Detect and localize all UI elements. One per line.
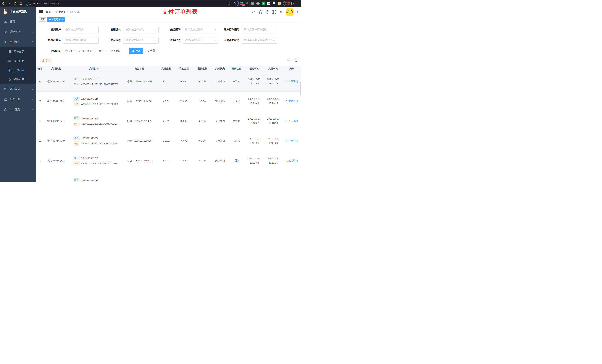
sidebar-item-refund-order[interactable]: 退款订单: [0, 75, 36, 84]
merchant-select[interactable]: 请选择所属商户: [63, 26, 99, 33]
sidebar-item-payment[interactable]: ¥ 支付管理 ∧: [0, 37, 36, 47]
view-detail-link[interactable]: 查看详情: [285, 159, 298, 162]
merchant-order-no-input[interactable]: 请输入商户订单编号: [242, 26, 277, 33]
extensions-puzzle-icon[interactable]: [272, 2, 276, 5]
extension-chat-icon[interactable]: [267, 2, 270, 5]
search-icon[interactable]: [252, 10, 256, 14]
url-host: localhost: [33, 2, 42, 5]
refund-cell: ¥ 0.00: [193, 91, 212, 111]
extension-dot-icon[interactable]: [256, 2, 259, 5]
tab-pay-order[interactable]: 支付订单 ×: [47, 17, 64, 22]
filter-row-1: 所属商户 请选择所属商户 应用编号 请选择应用信息∨ 渠道编码 请输入渠道编码∨…: [36, 26, 301, 33]
help-icon[interactable]: ?: [266, 10, 269, 14]
sidebar-item-app-info[interactable]: 应用信息: [0, 56, 36, 65]
close-icon[interactable]: ×: [62, 19, 63, 21]
reset-button[interactable]: 重置: [145, 48, 157, 54]
fee-cell: ¥ 0.00: [174, 131, 193, 151]
filter-label: 渠道订单号: [48, 39, 61, 42]
view-detail-link[interactable]: 查看详情: [285, 139, 298, 143]
action-cell: 查看详情: [282, 131, 301, 151]
pay-status-select[interactable]: 请选择支付状态∨: [123, 37, 159, 44]
avatar[interactable]: [286, 8, 293, 16]
sidebar-collapse-icon[interactable]: [39, 10, 43, 13]
sidebar-item-home[interactable]: 首页: [0, 16, 36, 27]
app-select[interactable]: 请选择应用信息∨: [123, 26, 159, 33]
browser-forward-icon[interactable]: [7, 2, 11, 5]
table-row[interactable]: 17 微信 JSAPI 支付 商户 1635311468233 支付 42000…: [36, 151, 301, 171]
sidebar-item-workflow[interactable]: 工作流程 ∨: [0, 104, 36, 114]
monitor-chart-icon: [4, 88, 7, 90]
channel-cell: [45, 171, 67, 182]
browser-menu-icon[interactable]: [291, 2, 292, 5]
view-detail-link[interactable]: 查看详情: [285, 119, 298, 123]
channel-cell: 微信 JSAPI 支付: [45, 151, 67, 171]
browser-back-icon[interactable]: [1, 2, 5, 5]
font-size-icon[interactable]: тT: [279, 10, 283, 14]
table-header: 编号 支付渠道 支付订单 商品标题 支付金额 手续金额 退款金额 支付状态 回调…: [36, 66, 301, 72]
refund-status-select[interactable]: 请选择退款状态∨: [183, 37, 218, 44]
refresh-button[interactable]: [294, 58, 298, 63]
extension-command-icon[interactable]: ⌘: [251, 2, 254, 5]
table-row[interactable]: 19 微信 JSAPI 支付 商户 1635311881440 支付 42000…: [36, 111, 301, 131]
channel-code-select[interactable]: 请输入渠道编码∨: [183, 26, 218, 33]
sidebar-item-merchant-info[interactable]: 商户信息: [0, 47, 36, 56]
sidebar-item-pay-order[interactable]: ¥ 支付订单: [0, 65, 36, 75]
export-button[interactable]: 导出: [40, 58, 52, 63]
sidebar-item-system[interactable]: ⚙ 系统管理 ∨: [0, 27, 36, 37]
github-icon[interactable]: [258, 10, 262, 14]
pay-tag: 支付: [73, 142, 80, 146]
pay-time-cell: 2021-10-2713:18:10: [264, 111, 282, 131]
chevron-down-icon: ∨: [273, 39, 275, 42]
svg-text:?: ?: [267, 11, 268, 13]
table-row[interactable]: 21 微信 JSAPI 支付 商户 1635312124657 支付 42000…: [36, 72, 301, 91]
sidebar-item-label: 支付订单: [14, 68, 24, 72]
table-row[interactable]: 18 微信 JSAPI 支付 商户 1635311823086 支付 42000…: [36, 131, 301, 151]
page-scrollbar[interactable]: [300, 82, 301, 95]
sidebar-item-infrastructure[interactable]: 基础设施 ∨: [0, 84, 36, 94]
browser-reload-icon[interactable]: [13, 2, 17, 5]
filter-label: 创建时间: [42, 48, 61, 54]
view-detail-link[interactable]: 查看详情: [285, 80, 298, 83]
share-icon[interactable]: [227, 2, 230, 5]
dashboard-icon: [4, 20, 7, 23]
sidebar-scrollbar[interactable]: [36, 21, 36, 30]
pay-order-cell: 商户 1635311315738: [67, 171, 121, 182]
breadcrumb-payment[interactable]: 支付管理: [55, 10, 65, 14]
sidebar: 芋道管理系统 首页 ⚙ 系统管理 ∨ ¥ 支付管理 ∧ 商户信息 应用信息 ¥: [0, 7, 36, 182]
table-row[interactable]: 商户 1635311315738: [36, 171, 301, 182]
extension-y-icon[interactable]: y: [262, 2, 265, 5]
notify-status-select[interactable]: 请选择订单回调商户状态∨: [242, 37, 277, 44]
gear-icon: ⚙: [4, 30, 7, 33]
sidebar-item-dev-tools[interactable]: 研发工具 ∨: [0, 94, 36, 104]
create-time-range-picker[interactable]: 2021-10-01 00:00:00 - 2021-10-31 23:59:5…: [63, 48, 129, 54]
channel-order-no-input[interactable]: 请输入渠道订单号: [63, 37, 99, 44]
filter-label: 应用编号: [110, 28, 121, 31]
address-bar[interactable]: i localhost:1024/pay/order: [26, 1, 239, 6]
avatar-caret-icon[interactable]: ▼: [297, 11, 298, 13]
toggle-search-button[interactable]: [287, 58, 291, 63]
extension-kite-icon[interactable]: [246, 2, 249, 5]
pay-time-cell: 2021-10-2713:19:15: [264, 91, 282, 111]
refund-cell: ¥ 0.00: [193, 111, 212, 131]
extension-emoji-icon[interactable]: [278, 2, 281, 5]
browser-update-button[interactable]: 更新: [283, 1, 294, 6]
chevron-down-icon: ∨: [32, 88, 33, 90]
view-detail-link[interactable]: 查看详情: [285, 100, 298, 103]
extension-pieces-icon[interactable]: 10: [240, 2, 243, 5]
notify-cell: 未通知: [228, 131, 245, 151]
table-row[interactable]: 20 微信 JSAPI 支付 商户 1635311949168 支付 42000…: [36, 91, 301, 111]
document-icon: [8, 78, 11, 81]
chevron-down-icon: ∨: [32, 98, 33, 100]
title-cell: 标题：1635311468233: [121, 151, 158, 171]
fullscreen-icon[interactable]: [272, 10, 276, 14]
chevron-up-icon: ∧: [32, 41, 33, 43]
search-button[interactable]: 搜索: [129, 48, 143, 54]
bookmark-star-icon[interactable]: [233, 2, 236, 5]
browser-home-icon[interactable]: [19, 2, 22, 5]
briefcase-icon: [4, 98, 7, 101]
yen-circle-icon: ¥: [8, 69, 11, 72]
site-info-icon[interactable]: i: [29, 2, 31, 5]
merchant-tag: 商户: [73, 116, 80, 120]
tab-home[interactable]: 首页: [39, 17, 46, 22]
breadcrumb-home[interactable]: 首页: [46, 10, 51, 14]
